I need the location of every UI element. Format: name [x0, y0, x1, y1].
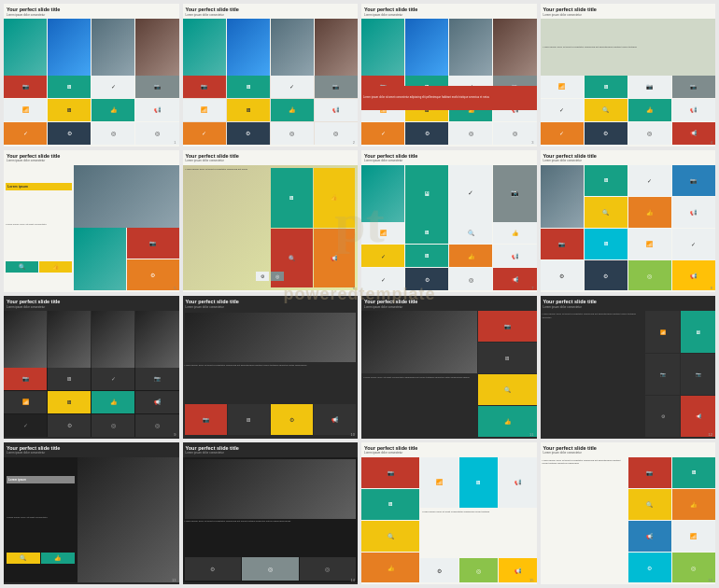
- slide-2-number: 2: [353, 140, 355, 145]
- slide-13-content: Lorem ipsum Lorem ipsum dolor sit amet c…: [4, 457, 179, 583]
- slide-15-content: 📷 🖥 🔍 👍 📶 🖥 📢 Lorem ipsum dolor sit amet…: [361, 457, 537, 583]
- slide-7-content: 🖥 ✓ 📷 📶 🖥 🔍 👍 ✓ 🖥 👍 📢 ✓ ⚙ ◎ 📢: [361, 165, 537, 291]
- slide-3-content: Lorem ipsum dolor sit amet consectetur a…: [361, 19, 537, 145]
- slide-3-title: Your perfect slide title: [361, 4, 537, 14]
- slide-9[interactable]: Your perfect slide title Lorem ipsum dol…: [4, 296, 179, 439]
- slide-12-content: Lorem ipsum dolor sit amet consectetur a…: [541, 311, 716, 437]
- slide-grid: Your perfect slide title Lorem ipsum dol…: [0, 0, 719, 588]
- slide-14-number: 14: [351, 578, 355, 582]
- slide-15[interactable]: Your perfect slide title Lorem ipsum dol…: [361, 442, 537, 585]
- slide-12-number: 12: [709, 432, 712, 437]
- slide-4-content: Lorem ipsum dolor sit amet consectetur a…: [541, 19, 716, 145]
- slide-5[interactable]: Your perfect slide title Lorem ipsum dol…: [4, 150, 179, 293]
- slide-9-title: Your perfect slide title: [4, 296, 179, 306]
- slide-1-number: 1: [174, 140, 176, 145]
- slide-14[interactable]: Your perfect slide title Lorem ipsum dol…: [183, 442, 359, 585]
- slide-14-content: Lorem ipsum dolor sit amet consectetur a…: [183, 457, 359, 583]
- slide-5-content: Lorem ipsum Lorem ipsum dolor sit amet c…: [4, 165, 179, 291]
- slide-11-title: Your perfect slide title: [361, 296, 537, 306]
- slide-4[interactable]: Your perfect slide title Lorem ipsum dol…: [541, 4, 716, 147]
- slide-3-number: 3: [531, 140, 533, 145]
- slide-4-number: 4: [711, 140, 712, 145]
- slide-10-title: Your perfect slide title: [183, 296, 359, 306]
- slide-2-title: Your perfect slide title: [183, 4, 359, 14]
- slide-1[interactable]: Your perfect slide title Lorem ipsum dol…: [4, 4, 179, 147]
- slide-6-number: 6: [353, 286, 355, 290]
- slide-12-title: Your perfect slide title: [541, 296, 716, 306]
- slide-8-content: 🖥 ✓ 📷 🔍 👍 📢 📷 🖥 📶 ✓ ⚙ ⚙ ◎ 📢: [541, 165, 716, 291]
- slide-7-number: 7: [531, 286, 533, 290]
- slide-6-content: Lorem ipsum dolor sit amet consectetur a…: [183, 165, 359, 291]
- slide-2[interactable]: Your perfect slide title Lorem ipsum dol…: [183, 4, 359, 147]
- slide-11[interactable]: Your perfect slide title Lorem ipsum dol…: [361, 296, 537, 439]
- slide-9-number: 9: [174, 432, 176, 437]
- slide-5-number: 5: [174, 286, 176, 290]
- slide-13-number: 13: [172, 578, 176, 582]
- slide-11-content: Lorem ipsum dolor sit amet consectetur a…: [361, 311, 537, 437]
- slide-9-content: 📷 🖥 ✓ 📷 📶 🖥 👍 📢 ✓ ⚙ ◎ ◎: [4, 311, 179, 437]
- slide-11-number: 11: [529, 432, 533, 437]
- slide-2-content: 📷 🖥 ✓ 📷 📶 🖥 👍 📢 ✓ ⚙ ◎ ◎: [183, 19, 359, 145]
- slide-1-title: Your perfect slide title: [4, 4, 179, 14]
- slide-16-content: Lorem ipsum dolor sit amet consectetur a…: [541, 457, 716, 583]
- slide-1-content: 📷 🖥 ✓ 📷 📶 🖥 👍 📢 ✓ ⚙ ◎ ◎: [4, 19, 179, 145]
- slide-8-number: 8: [711, 286, 712, 290]
- slide-16[interactable]: Your perfect slide title Lorem ipsum dol…: [541, 442, 716, 585]
- slide-10[interactable]: Your perfect slide title Lorem ipsum dol…: [183, 296, 359, 439]
- slide-6[interactable]: Your perfect slide title Lorem ipsum dol…: [183, 150, 359, 293]
- slide-10-number: 10: [351, 432, 355, 437]
- slide-7[interactable]: Your perfect slide title Lorem ipsum dol…: [361, 150, 537, 293]
- slide-10-content: Lorem ipsum dolor sit amet consectetur a…: [183, 311, 359, 437]
- slide-3[interactable]: Your perfect slide title Lorem ipsum dol…: [361, 4, 537, 147]
- slide-13[interactable]: Your perfect slide title Lorem ipsum dol…: [4, 442, 179, 585]
- slide-12[interactable]: Your perfect slide title Lorem ipsum dol…: [541, 296, 716, 439]
- slide-15-number: 15: [529, 578, 533, 582]
- slide-4-title: Your perfect slide title: [541, 4, 716, 14]
- slide-16-number: 16: [709, 578, 712, 582]
- slide-8[interactable]: Your perfect slide title Lorem ipsum dol…: [541, 150, 716, 293]
